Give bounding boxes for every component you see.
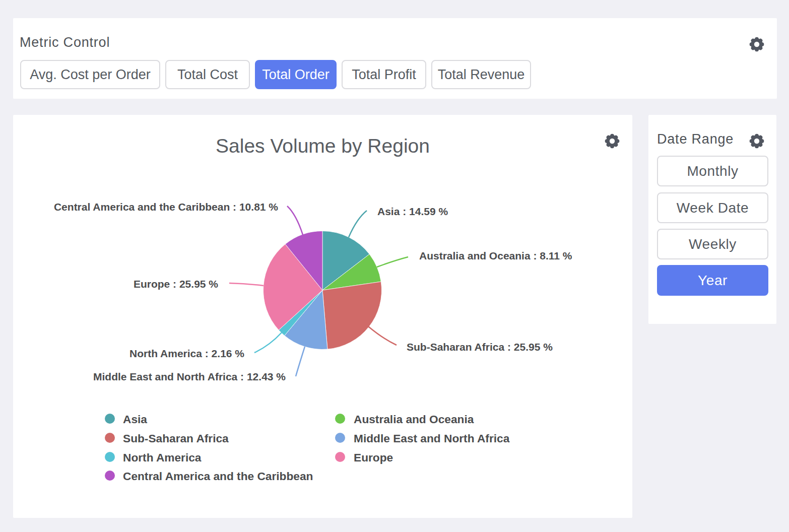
svg-text:Europe: Europe xyxy=(354,451,393,464)
svg-text:Central America and the Caribb: Central America and the Caribbean : 10.8… xyxy=(54,201,278,213)
svg-text:Middle East and North Africa :: Middle East and North Africa : 12.43 % xyxy=(93,371,286,382)
svg-text:Australia and Oceania : 8.11 %: Australia and Oceania : 8.11 % xyxy=(419,250,572,261)
svg-text:North America: North America xyxy=(123,451,202,464)
svg-text:Asia: Asia xyxy=(123,413,147,426)
svg-text:Central America and the Caribb: Central America and the Caribbean xyxy=(123,470,313,483)
svg-text:Sub-Saharan Africa : 25.95 %: Sub-Saharan Africa : 25.95 % xyxy=(407,341,553,353)
svg-text:North America : 2.16 %: North America : 2.16 % xyxy=(129,348,244,359)
svg-text:Australia and Oceania: Australia and Oceania xyxy=(354,413,474,426)
svg-text:Asia : 14.59 %: Asia : 14.59 % xyxy=(377,206,448,217)
svg-text:Sub-Saharan Africa: Sub-Saharan Africa xyxy=(123,432,229,445)
svg-text:Europe : 25.95 %: Europe : 25.95 % xyxy=(134,278,218,290)
svg-text:Middle East and North Africa: Middle East and North Africa xyxy=(354,432,510,445)
